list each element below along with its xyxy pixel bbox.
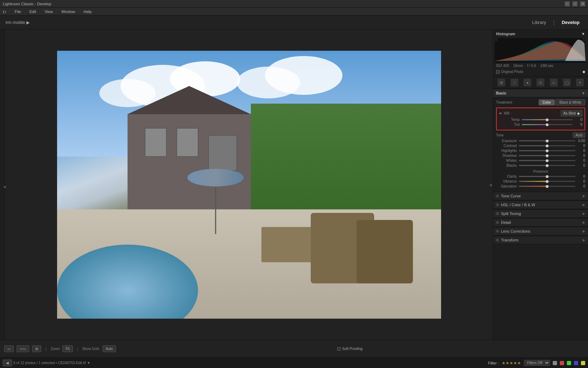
contrast-slider-track[interactable] [519, 145, 575, 146]
highlights-slider-thumb[interactable] [546, 149, 549, 152]
mobile-label[interactable]: lrm mobile ▶ [6, 20, 30, 25]
wb-label: WB : [504, 111, 512, 115]
whites-slider-row: Whites 0 [496, 159, 585, 162]
exposure-slider-track[interactable] [519, 140, 575, 141]
original-photo-settings-icon[interactable]: ◆ [582, 69, 585, 74]
graduated-filter-icon[interactable]: ▭ [550, 79, 558, 86]
shadows-slider-thumb[interactable] [546, 154, 549, 157]
view-mode-single-button[interactable]: ▭ [4, 345, 14, 352]
original-photo-checkbox[interactable] [496, 70, 500, 74]
filter-dropdown[interactable]: Filters Off [524, 360, 550, 366]
close-button[interactable]: ✕ [580, 1, 585, 6]
shadows-slider-row: Shadows 0 [496, 154, 585, 158]
color-treatment-button[interactable]: Color [539, 99, 555, 105]
saturation-value: 0 [575, 184, 585, 188]
saturation-slider-thumb[interactable] [546, 185, 549, 188]
soft-proofing-label: Soft Proofing [342, 347, 363, 351]
color-label-5[interactable] [581, 361, 585, 365]
basic-section-toggle[interactable]: ▼ [582, 91, 585, 95]
vibrance-slider-track[interactable] [519, 181, 575, 182]
transform-section[interactable]: Transform ▶ [493, 236, 588, 244]
zoom-fit-button[interactable]: Fit [62, 345, 73, 352]
whites-slider-track[interactable] [519, 160, 575, 161]
menu-file[interactable]: File [13, 10, 23, 14]
tone-curve-section[interactable]: Tone Curve ▶ [493, 192, 588, 200]
filmstrip: ◀ 6 of 12 photos / 1 selected • CB2A8702… [0, 357, 588, 368]
exposure-slider-thumb[interactable] [546, 140, 549, 142]
adjustment-brush-icon[interactable]: ≡ [576, 79, 584, 86]
crop-tool-icon[interactable]: ○ [510, 79, 518, 86]
detail-section[interactable]: Detail ▶ [493, 218, 588, 227]
lens-corrections-label: Lens Corrections [501, 229, 530, 233]
menu-lr[interactable]: Lr [1, 10, 8, 14]
detail-arrow: ▶ [583, 221, 585, 224]
clarity-label: Clarity [496, 174, 519, 178]
grid-auto-button[interactable]: Auto [103, 345, 116, 352]
tint-slider-thumb[interactable] [546, 123, 549, 126]
histogram-canvas [495, 38, 586, 63]
minimize-button[interactable]: ─ [565, 1, 570, 6]
whites-slider-thumb[interactable] [546, 159, 549, 162]
color-label-4[interactable] [574, 361, 578, 365]
original-photo-row: Original Photo ◆ [495, 69, 587, 75]
star-rating: ★★★★★ [502, 361, 521, 366]
treatment-row: Treatment : Color Black & White [496, 99, 585, 105]
shadows-label: Shadows [496, 154, 519, 158]
color-label-1[interactable] [553, 361, 557, 365]
shadows-slider-fill [519, 155, 547, 156]
highlights-slider-track[interactable] [519, 150, 575, 151]
histogram-expand-icon[interactable]: ▼ [581, 32, 585, 36]
temp-value: 0 [572, 118, 582, 122]
temp-slider-track[interactable] [522, 119, 572, 120]
color-label-3[interactable] [567, 361, 571, 365]
menu-view[interactable]: View [43, 10, 54, 14]
menu-help[interactable]: Help [82, 10, 93, 14]
basic-section-header[interactable]: Basic ▼ [493, 89, 588, 97]
filmstrip-prev-button[interactable]: ◀ [3, 360, 12, 366]
view-mode-compare-button[interactable]: ▭▭ [17, 345, 29, 352]
blacks-value: 0 [575, 164, 585, 167]
blacks-slider-track[interactable] [519, 165, 575, 166]
main-area: ▶ [0, 30, 588, 340]
blacks-slider-thumb[interactable] [546, 164, 549, 167]
wb-dropdown[interactable]: As Shot ◆ [561, 110, 582, 116]
contrast-slider-thumb[interactable] [546, 145, 549, 147]
basic-panel: Treatment : Color Black & White ✒ WB : A… [493, 97, 588, 191]
tint-slider-track[interactable] [522, 124, 572, 125]
develop-nav-button[interactable]: Develop [559, 18, 582, 26]
tone-curve-arrow: ▶ [583, 194, 585, 198]
temp-slider-thumb[interactable] [546, 118, 549, 121]
radial-filter-icon[interactable]: ◯ [563, 79, 571, 86]
shadows-slider-track[interactable] [519, 155, 575, 156]
redeye-tool-icon[interactable]: ⊙ [537, 79, 544, 86]
soft-proofing-checkbox[interactable] [337, 347, 341, 351]
menu-window[interactable]: Window [60, 10, 76, 14]
tone-curve-dot [496, 195, 499, 197]
library-nav-button[interactable]: Library [530, 18, 549, 26]
menu-edit[interactable]: Edit [28, 10, 38, 14]
image-area: ▶ [5, 30, 493, 340]
hsl-section[interactable]: HSL / Color / B & W ▶ [493, 201, 588, 209]
maximize-button[interactable]: □ [572, 1, 577, 6]
clarity-slider-thumb[interactable] [546, 175, 549, 178]
grid-tool-icon[interactable]: ⊞ [497, 79, 505, 86]
tone-section-header: Tone Auto [496, 133, 585, 138]
bottom-center: Soft Proofing [337, 347, 363, 351]
saturation-slider-track[interactable] [519, 186, 575, 187]
color-label-2[interactable] [560, 361, 564, 365]
auto-button[interactable]: Auto [573, 133, 585, 138]
right-panel-toggle-arrow[interactable]: ▶ [490, 183, 493, 187]
vibrance-slider-thumb[interactable] [546, 180, 549, 183]
vibrance-slider-row: Vibrance 0 [496, 179, 585, 183]
view-mode-survey-button[interactable]: ⊞ [32, 345, 41, 352]
split-toning-section[interactable]: Split Toning ▶ [493, 209, 588, 218]
top-navigation: lrm mobile ▶ Library | Develop [0, 16, 588, 30]
lens-corrections-section[interactable]: Lens Corrections ▶ [493, 227, 588, 235]
bw-treatment-button[interactable]: Black & White [556, 99, 585, 105]
left-panel-expand-arrow[interactable]: ▶ [4, 185, 7, 189]
eyedropper-icon[interactable]: ✒ [499, 111, 502, 116]
wb-icons: ✒ WB : [499, 111, 512, 116]
film-right: Filter : ★★★★★ Filters Off [488, 360, 585, 366]
clarity-slider-track[interactable] [519, 176, 575, 177]
spot-tool-icon[interactable]: ● [524, 79, 531, 86]
